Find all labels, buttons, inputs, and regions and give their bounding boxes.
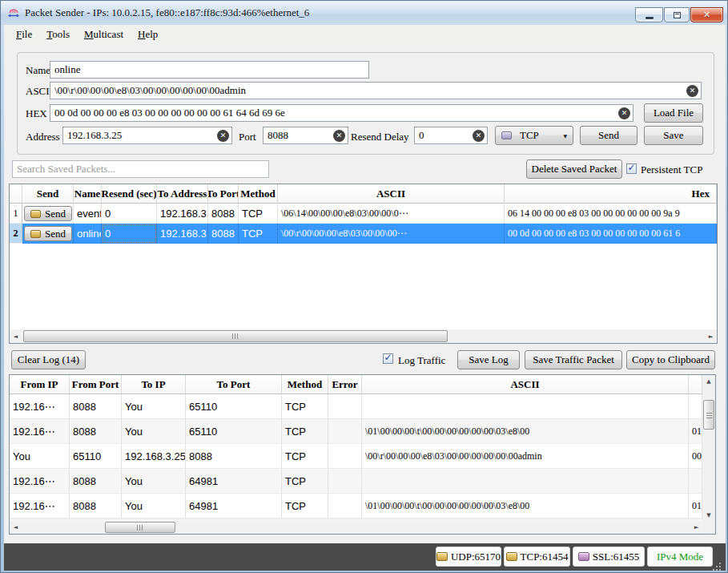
scroll-left-icon[interactable]: ◄ — [10, 521, 22, 534]
to-port-cell[interactable]: 65110 — [186, 419, 282, 444]
saved-header-method[interactable]: Method — [239, 184, 278, 204]
row-send-button[interactable]: Send — [24, 226, 72, 241]
error-cell[interactable] — [328, 469, 362, 494]
clear-address-icon[interactable]: ✕ — [217, 130, 229, 142]
search-saved-packets-field[interactable] — [12, 160, 269, 178]
log-table-vscrollbar[interactable]: ▲ ▼ — [702, 375, 715, 521]
from-ip-cell[interactable]: 192.16⋯ — [10, 394, 70, 419]
log-header-hex-partial[interactable] — [689, 375, 702, 394]
ascii-field[interactable]: ✕ — [50, 82, 702, 99]
to-port-cell[interactable]: 8088 — [208, 204, 239, 224]
hex-cell[interactable] — [689, 469, 702, 494]
to-ip-cell[interactable]: You — [122, 469, 186, 494]
tcp-port-button[interactable]: TCP:61454 — [504, 547, 570, 567]
from-ip-cell[interactable]: 192.16⋯ — [10, 419, 70, 444]
hex-cell[interactable]: 00 — [689, 444, 702, 469]
clear-log-button[interactable]: Clear Log (14) — [11, 350, 86, 369]
ipv4-mode-button[interactable]: IPv4 Mode — [647, 547, 713, 567]
ascii-cell[interactable]: \00\r\00\00\00\e8\03\00\00\00⋯ — [278, 224, 505, 244]
resend-cell[interactable]: 0 — [102, 204, 157, 224]
log-table-hscrollbar[interactable]: ◄ ► — [10, 521, 702, 534]
from-port-cell[interactable]: 8088 — [70, 394, 122, 419]
to-ip-cell[interactable]: You — [122, 394, 186, 419]
method-cell[interactable]: TCP — [282, 494, 328, 519]
delete-saved-packet-button[interactable]: Delete Saved Packet — [526, 159, 622, 179]
method-cell[interactable]: TCP — [239, 204, 278, 224]
saved-header-name[interactable]: Name — [74, 184, 102, 204]
address-input[interactable] — [66, 129, 217, 142]
method-cell[interactable]: TCP — [239, 224, 278, 244]
saved-header-send[interactable]: Send — [22, 184, 74, 204]
hscrollbar-thumb[interactable] — [105, 522, 175, 533]
restore-button[interactable] — [664, 7, 690, 22]
to-port-cell[interactable]: 8088 — [208, 224, 239, 244]
to-ip-cell[interactable]: You — [122, 494, 186, 519]
ascii-input[interactable] — [53, 84, 686, 97]
from-port-cell[interactable]: 65110 — [70, 444, 122, 469]
scroll-right-icon[interactable]: ► — [690, 521, 702, 534]
log-traffic-checkbox[interactable]: ✓ — [383, 353, 393, 364]
save-traffic-packet-button[interactable]: Save Traffic Packet — [525, 350, 622, 369]
ascii-cell[interactable]: \00\r\00\00\00\e8\03\00\00\00\00\00\00ad… — [362, 444, 689, 469]
error-cell[interactable] — [328, 419, 362, 444]
protocol-select[interactable]: TCP ▼ — [495, 126, 573, 145]
menu-file[interactable]: File — [9, 26, 39, 42]
scroll-down-icon[interactable]: ▼ — [702, 509, 715, 521]
to-ip-cell[interactable]: 192.168.3.25 — [122, 444, 186, 469]
to-address-cell[interactable]: 192.168.3.25 — [157, 224, 208, 244]
hex-cell[interactable]: 06 14 00 00 00 e8 03 00 00 00 00 00 00 9… — [505, 204, 717, 224]
log-header-from-port[interactable]: From Port — [70, 375, 122, 394]
ascii-cell[interactable] — [362, 469, 689, 494]
hex-cell[interactable]: 01 — [689, 419, 702, 444]
send-button[interactable]: Send — [580, 126, 638, 145]
to-port-cell[interactable]: 65110 — [186, 394, 282, 419]
ascii-cell[interactable] — [362, 394, 689, 419]
resize-grip[interactable] — [719, 563, 721, 564]
close-button[interactable]: ✕ — [690, 7, 723, 22]
name-field[interactable] — [50, 61, 369, 79]
from-ip-cell[interactable]: 192.16⋯ — [10, 469, 70, 494]
udp-port-button[interactable]: UDP:65170 — [436, 547, 501, 567]
load-file-button[interactable]: Load File — [644, 103, 703, 123]
ssl-port-button[interactable]: SSL:61455 — [573, 547, 645, 567]
from-ip-cell[interactable]: You — [10, 444, 70, 469]
hscrollbar-thumb[interactable] — [23, 330, 448, 342]
menu-help[interactable]: Help — [131, 26, 165, 42]
persistent-tcp-checkbox[interactable]: ✓ — [626, 163, 637, 174]
to-port-cell[interactable]: 8088 — [186, 444, 282, 469]
scroll-right-icon[interactable]: ► — [705, 329, 717, 343]
row-send-button[interactable]: Send — [24, 206, 72, 221]
from-port-cell[interactable]: 8088 — [70, 494, 122, 519]
method-cell[interactable]: TCP — [282, 419, 328, 444]
log-header-to-port[interactable]: To Port — [186, 375, 282, 394]
saved-header-resend[interactable]: Resend (sec) — [102, 184, 157, 204]
saved-table-hscrollbar[interactable]: ◄ ► — [10, 329, 717, 343]
copy-to-clipboard-button[interactable]: Copy to Clipboard — [626, 350, 715, 369]
saved-header-ascii[interactable]: ASCII — [278, 184, 505, 204]
port-input[interactable] — [266, 129, 333, 142]
scroll-left-icon[interactable]: ◄ — [10, 329, 22, 343]
from-ip-cell[interactable]: 192.16⋯ — [10, 494, 70, 519]
from-port-cell[interactable]: 8088 — [70, 419, 122, 444]
saved-header-to-address[interactable]: To Address — [157, 184, 208, 204]
clear-ascii-icon[interactable]: ✕ — [686, 85, 698, 97]
resend-cell[interactable]: 0 — [102, 224, 157, 244]
scroll-up-icon[interactable]: ▲ — [702, 375, 715, 387]
error-cell[interactable] — [328, 394, 362, 419]
name-cell[interactable]: online — [74, 224, 102, 244]
resend-delay-field[interactable]: ✕ — [414, 127, 488, 144]
name-cell[interactable]: event — [74, 204, 102, 224]
log-header-to-ip[interactable]: To IP — [122, 375, 186, 394]
hex-field[interactable]: ✕ — [50, 104, 633, 122]
name-input[interactable] — [53, 63, 366, 76]
resend-delay-input[interactable] — [417, 129, 473, 142]
clear-hex-icon[interactable]: ✕ — [618, 107, 630, 119]
address-field[interactable]: ✕ — [62, 127, 232, 144]
to-port-cell[interactable]: 64981 — [186, 494, 282, 519]
vscrollbar-thumb[interactable] — [703, 400, 714, 430]
clear-resend-icon[interactable]: ✕ — [473, 130, 485, 142]
to-ip-cell[interactable]: You — [122, 419, 186, 444]
port-field[interactable]: ✕ — [263, 127, 348, 144]
save-button[interactable]: Save — [644, 126, 703, 145]
hex-cell[interactable]: 00 0d 00 00 00 e8 03 00 00 00 00 00 00 6… — [505, 224, 717, 244]
